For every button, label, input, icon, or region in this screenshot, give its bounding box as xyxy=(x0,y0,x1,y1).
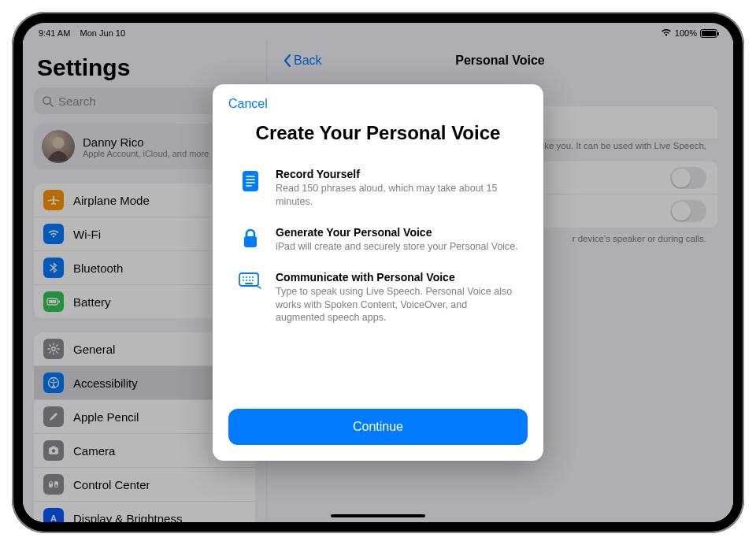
svg-point-32 xyxy=(243,280,244,281)
feature-title: Generate Your Personal Voice xyxy=(276,226,518,239)
keyboard-icon xyxy=(238,271,263,325)
home-indicator[interactable] xyxy=(331,514,425,517)
svg-rect-21 xyxy=(243,171,258,191)
feature-title: Record Yourself xyxy=(276,168,518,180)
svg-point-34 xyxy=(249,280,250,281)
svg-point-30 xyxy=(249,276,250,278)
lock-icon xyxy=(238,226,263,254)
svg-rect-36 xyxy=(245,283,253,284)
continue-button[interactable]: Continue xyxy=(228,409,528,445)
cancel-button[interactable]: Cancel xyxy=(228,97,528,111)
document-icon xyxy=(238,168,263,209)
feature-body: iPad will create and securely store your… xyxy=(276,240,518,254)
create-personal-voice-modal: Cancel Create Your Personal Voice Record… xyxy=(213,84,543,461)
svg-point-35 xyxy=(252,280,254,281)
svg-point-29 xyxy=(246,276,247,278)
svg-point-33 xyxy=(246,280,247,281)
feature-communicate: Communicate with Personal Voice Type to … xyxy=(238,271,518,325)
modal-title: Create Your Personal Voice xyxy=(244,122,512,144)
feature-record: Record Yourself Read 150 phrases aloud, … xyxy=(238,168,518,209)
svg-point-28 xyxy=(243,276,244,278)
svg-point-31 xyxy=(252,276,254,278)
feature-generate: Generate Your Personal Voice iPad will c… xyxy=(238,226,518,254)
feature-title: Communicate with Personal Voice xyxy=(276,271,518,284)
feature-body: Type to speak using Live Speech. Persona… xyxy=(276,285,518,325)
svg-rect-26 xyxy=(244,236,257,247)
feature-body: Read 150 phrases aloud, which may take a… xyxy=(276,182,518,209)
